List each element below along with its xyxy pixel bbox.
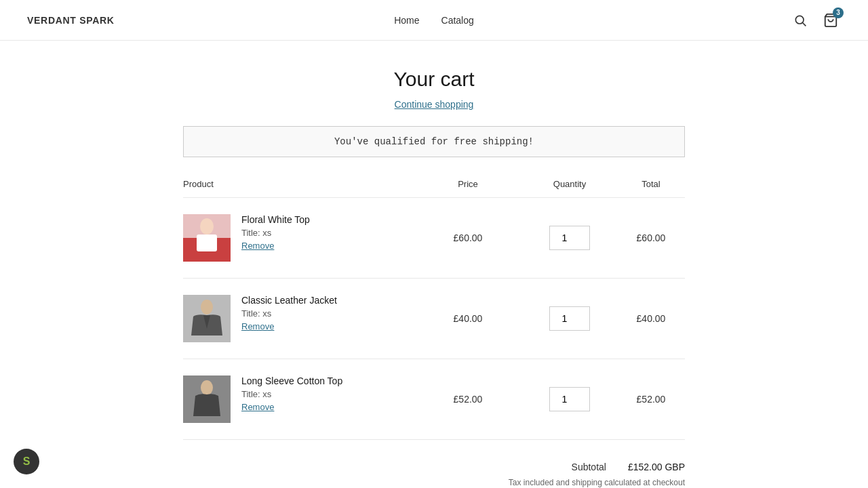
item-total: £52.00 bbox=[617, 394, 685, 405]
svg-line-1 bbox=[803, 22, 806, 26]
item-price: £52.00 bbox=[414, 394, 522, 405]
item-name: Classic Leather Jacket bbox=[241, 295, 337, 306]
cart-item: Long Sleeve Cotton Top Title: xs Remove … bbox=[183, 359, 685, 440]
item-image-floral-white-top bbox=[183, 214, 231, 262]
item-quantity-wrapper bbox=[522, 226, 617, 250]
item-variant: Title: xs bbox=[241, 308, 337, 319]
cart-page: Your cart Continue shopping You've quali… bbox=[170, 41, 698, 488]
subtotal-row: Subtotal £152.00 GBP bbox=[183, 462, 685, 472]
shopify-badge-letter: S bbox=[23, 455, 31, 468]
item-name: Floral White Top bbox=[241, 214, 310, 225]
item-quantity-input[interactable] bbox=[549, 226, 590, 250]
item-total: £60.00 bbox=[617, 232, 685, 243]
subtotal-value: £152.00 GBP bbox=[628, 462, 685, 472]
nav-home[interactable]: Home bbox=[394, 15, 419, 26]
cart-badge: 3 bbox=[833, 7, 844, 18]
tax-note: Tax included and shipping calculated at … bbox=[183, 478, 685, 487]
item-details: Classic Leather Jacket Title: xs Remove bbox=[241, 295, 337, 331]
item-details: Long Sleeve Cotton Top Title: xs Remove bbox=[241, 375, 342, 412]
item-quantity-input[interactable] bbox=[549, 306, 590, 331]
item-quantity-input[interactable] bbox=[549, 387, 590, 411]
item-total: £40.00 bbox=[617, 313, 685, 324]
remove-button[interactable]: Remove bbox=[241, 321, 337, 331]
svg-point-10 bbox=[201, 380, 213, 395]
nav-catalog[interactable]: Catalog bbox=[441, 15, 474, 26]
free-shipping-text: You've qualified for free shipping! bbox=[334, 136, 534, 147]
svg-point-0 bbox=[795, 16, 804, 24]
cart-summary: Subtotal £152.00 GBP Tax included and sh… bbox=[183, 462, 685, 488]
svg-point-5 bbox=[200, 218, 214, 235]
item-quantity-wrapper bbox=[522, 387, 617, 411]
item-variant: Title: xs bbox=[241, 228, 310, 238]
main-nav: Home Catalog bbox=[394, 15, 474, 26]
cart-button[interactable]: 3 bbox=[821, 10, 841, 30]
header-icons: 3 bbox=[791, 10, 841, 30]
item-quantity-wrapper bbox=[522, 306, 617, 331]
shopify-badge: S bbox=[14, 449, 39, 474]
item-image-leather-jacket bbox=[183, 295, 231, 342]
col-header-total: Total bbox=[617, 179, 685, 189]
brand-logo: VERDANT SPARK bbox=[27, 15, 115, 26]
free-shipping-banner: You've qualified for free shipping! bbox=[183, 126, 685, 157]
item-price: £40.00 bbox=[414, 313, 522, 324]
svg-rect-6 bbox=[197, 235, 217, 251]
col-header-quantity: Quantity bbox=[522, 179, 617, 189]
cart-title: Your cart bbox=[183, 68, 685, 91]
continue-shopping-link[interactable]: Continue shopping bbox=[183, 99, 685, 110]
subtotal-label: Subtotal bbox=[572, 462, 606, 472]
item-info: Long Sleeve Cotton Top Title: xs Remove bbox=[183, 375, 414, 423]
site-header: VERDANT SPARK Home Catalog 3 bbox=[0, 0, 868, 41]
item-price: £60.00 bbox=[414, 232, 522, 243]
search-button[interactable] bbox=[791, 11, 810, 30]
col-header-product: Product bbox=[183, 179, 414, 189]
item-image-long-sleeve-top bbox=[183, 375, 231, 423]
item-variant: Title: xs bbox=[241, 389, 342, 399]
item-info: Classic Leather Jacket Title: xs Remove bbox=[183, 295, 414, 342]
item-name: Long Sleeve Cotton Top bbox=[241, 375, 342, 386]
remove-button[interactable]: Remove bbox=[241, 402, 342, 412]
remove-button[interactable]: Remove bbox=[241, 241, 310, 251]
cart-item: Floral White Top Title: xs Remove £60.00… bbox=[183, 198, 685, 279]
item-details: Floral White Top Title: xs Remove bbox=[241, 214, 310, 251]
svg-point-8 bbox=[201, 300, 213, 314]
search-icon bbox=[793, 14, 807, 27]
col-header-price: Price bbox=[414, 179, 522, 189]
cart-table-header: Product Price Quantity Total bbox=[183, 179, 685, 198]
cart-item: Classic Leather Jacket Title: xs Remove … bbox=[183, 279, 685, 359]
item-info: Floral White Top Title: xs Remove bbox=[183, 214, 414, 262]
